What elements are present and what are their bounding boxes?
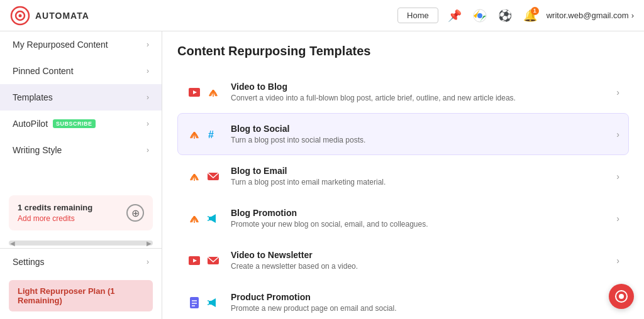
- template-icons: #: [187, 127, 222, 142]
- notification-badge: 1: [531, 7, 539, 15]
- settings-label: Settings: [13, 257, 45, 267]
- template-icon: [206, 253, 221, 268]
- chevron-icon: ›: [147, 119, 149, 128]
- pin-icon[interactable]: 📌: [446, 7, 464, 24]
- template-icon: [206, 295, 221, 310]
- add-credits-link[interactable]: Add more credits: [18, 214, 92, 223]
- template-chevron-icon: ›: [616, 171, 619, 181]
- chevron-icon: ›: [147, 146, 149, 154]
- template-icon: [187, 211, 202, 226]
- template-chevron-icon: ›: [616, 214, 619, 224]
- svg-point-15: [193, 216, 196, 219]
- chrome-icon[interactable]: [471, 7, 489, 24]
- home-button[interactable]: Home: [397, 8, 438, 23]
- user-account[interactable]: writor.web@gmail.com ›: [547, 11, 634, 20]
- template-icon: [187, 169, 202, 184]
- app-header: AUTOMATA Home 📌 ⚽ 🔔 1 writor.web@gmail.c…: [0, 0, 644, 31]
- svg-marker-27: [209, 298, 216, 307]
- sidebar: My Repurposed Content › Pinned Content ›…: [0, 31, 162, 319]
- template-icons: [187, 85, 222, 100]
- chevron-icon: ›: [147, 93, 149, 102]
- automata-logo: [10, 6, 30, 26]
- svg-marker-17: [209, 214, 216, 223]
- chat-fab[interactable]: [609, 284, 634, 309]
- sidebar-label-pinned: Pinned Content: [13, 66, 74, 76]
- template-description: Turn a blog post into social media posts…: [231, 136, 608, 144]
- sidebar-item-repurposed[interactable]: My Repurposed Content ›: [0, 31, 162, 58]
- template-icon: [187, 253, 202, 268]
- sidebar-item-templates[interactable]: Templates ›: [0, 84, 162, 111]
- bell-icon[interactable]: 🔔 1: [521, 7, 539, 24]
- template-icons: [187, 169, 222, 184]
- template-description: Promote your new blog on social, email, …: [231, 220, 608, 229]
- template-icon: [206, 169, 221, 184]
- template-name: Blog to Social: [231, 124, 608, 134]
- template-icons: [187, 253, 222, 268]
- template-icon: [206, 85, 221, 100]
- sidebar-nav: My Repurposed Content › Pinned Content ›…: [0, 31, 162, 188]
- sidebar-label-repurposed: My Repurposed Content: [13, 40, 108, 50]
- brand-name: AUTOMATA: [35, 11, 89, 21]
- template-icon: [187, 127, 202, 142]
- template-chevron-icon: ›: [616, 256, 619, 266]
- template-icon: [206, 211, 221, 226]
- credits-remaining: 1 credits remaining: [18, 203, 92, 212]
- credits-add-icon[interactable]: ⊕: [126, 204, 144, 222]
- soccer-icon[interactable]: ⚽: [496, 7, 514, 24]
- content-area: Content Repurposing Templates Video to B…: [162, 31, 644, 319]
- sidebar-label-writing-style: Writing Style: [13, 145, 62, 155]
- logo-area: AUTOMATA: [10, 6, 89, 26]
- user-email: writor.web@gmail.com: [547, 11, 629, 20]
- template-name: Video to Newsletter: [231, 250, 608, 260]
- chevron-icon: ›: [147, 67, 149, 75]
- template-icon: #: [206, 127, 221, 142]
- template-item-blog-to-social[interactable]: # Blog to Social Turn a blog post into s…: [177, 113, 629, 155]
- template-description: Promote a new product page on email and …: [231, 304, 608, 313]
- user-chevron: ›: [631, 11, 634, 20]
- sidebar-label-templates: Templates: [13, 92, 53, 102]
- main-layout: My Repurposed Content › Pinned Content ›…: [0, 31, 644, 319]
- sidebar-scrollbar: ◀ ▶: [9, 241, 153, 246]
- template-icons: [187, 295, 222, 310]
- template-name: Product Promotion: [231, 292, 608, 302]
- template-chevron-icon: ›: [616, 129, 619, 139]
- scroll-left-arrow[interactable]: ◀: [10, 240, 15, 247]
- svg-text:#: #: [208, 129, 214, 140]
- svg-point-7: [212, 90, 214, 92]
- chevron-icon: ›: [147, 257, 149, 266]
- template-item-blog-to-email[interactable]: Blog to Email Turn a blog post into emai…: [177, 155, 629, 197]
- template-icon: [187, 295, 202, 310]
- svg-point-2: [19, 14, 22, 17]
- template-item-blog-promotion[interactable]: Blog Promotion Promote your new blog on …: [177, 197, 629, 239]
- sidebar-item-autopilot[interactable]: AutoPilot SUBSCRIBE ›: [0, 111, 162, 137]
- template-item-video-to-newsletter[interactable]: Video to Newsletter Create a newsletter …: [177, 239, 629, 281]
- template-icons: [187, 211, 222, 226]
- template-name: Blog to Email: [231, 166, 608, 176]
- svg-point-12: [193, 174, 196, 176]
- template-chevron-icon: ›: [616, 87, 619, 97]
- template-description: Create a newsletter based on a video.: [231, 262, 608, 271]
- chevron-icon: ›: [147, 40, 149, 49]
- sidebar-item-writing-style[interactable]: Writing Style ›: [0, 137, 162, 163]
- sidebar-item-settings[interactable]: Settings ›: [0, 248, 162, 275]
- credits-box: 1 credits remaining Add more credits ⊕: [9, 195, 153, 230]
- template-description: Turn a blog post into email marketing ma…: [231, 178, 608, 187]
- template-icon: [187, 85, 202, 100]
- svg-point-31: [619, 294, 624, 299]
- template-name: Video to Blog: [231, 82, 608, 92]
- plan-badge[interactable]: Light Repurposer Plan (1 Remaining): [9, 280, 153, 311]
- sidebar-item-pinned[interactable]: Pinned Content ›: [0, 58, 162, 84]
- template-list: Video to Blog Convert a video into a ful…: [177, 71, 629, 319]
- template-item-video-to-blog[interactable]: Video to Blog Convert a video into a ful…: [177, 71, 629, 113]
- subscribe-badge: SUBSCRIBE: [53, 119, 96, 128]
- template-description: Convert a video into a full-blown blog p…: [231, 94, 608, 102]
- template-item-product-promotion[interactable]: Product Promotion Promote a new product …: [177, 281, 629, 319]
- scroll-right-arrow[interactable]: ▶: [147, 240, 152, 247]
- template-name: Blog Promotion: [231, 208, 608, 218]
- content-title: Content Repurposing Templates: [177, 44, 629, 58]
- svg-rect-23: [190, 297, 199, 308]
- svg-point-4: [477, 13, 482, 18]
- svg-point-9: [193, 132, 196, 134]
- sidebar-label-autopilot: AutoPilot: [13, 119, 48, 129]
